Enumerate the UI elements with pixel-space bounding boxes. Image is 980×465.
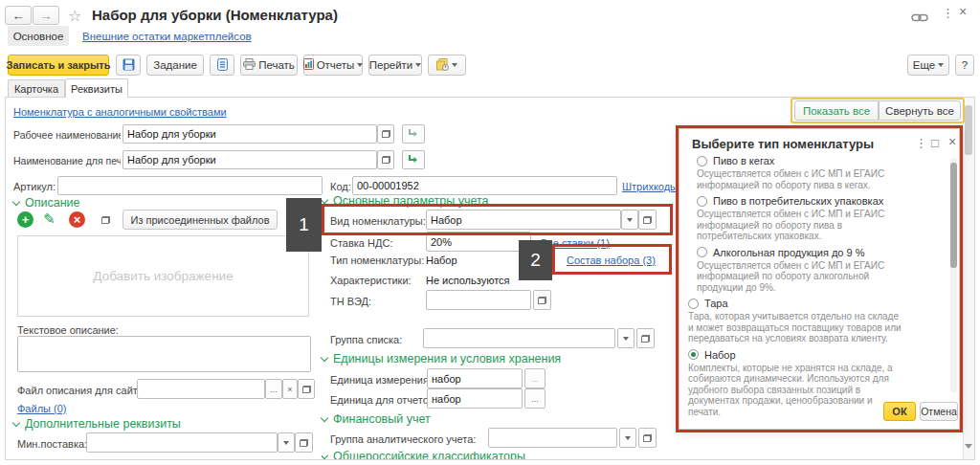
section-main-params[interactable]: Основные параметры учета: [322, 194, 489, 208]
section-additional[interactable]: Дополнительные реквизиты: [13, 417, 181, 431]
radio-selected-icon[interactable]: [688, 349, 699, 360]
list-group-dropdown-button[interactable]: [617, 328, 635, 348]
working-name-input[interactable]: [122, 124, 377, 144]
forward-button[interactable]: →: [33, 6, 59, 25]
radio-icon[interactable]: [697, 156, 707, 166]
analytics-group-open-button[interactable]: [638, 428, 657, 448]
create-based-on-button[interactable]: [428, 55, 466, 76]
dialog-cancel-button[interactable]: Отмена: [920, 402, 958, 421]
kebab-menu-icon[interactable]: ⋮: [942, 7, 954, 19]
tab-details[interactable]: Реквизиты: [65, 78, 128, 98]
files-link[interactable]: Файлы (0): [17, 403, 66, 414]
print-name-open-button[interactable]: [377, 150, 394, 169]
site-file-clear-button[interactable]: ×: [282, 379, 298, 399]
chevron-down-icon: [623, 337, 629, 341]
dialog-kebab-icon[interactable]: ⋮: [915, 137, 927, 149]
section-finance[interactable]: Финансовый учет: [322, 412, 431, 426]
copy-arrow-icon: [408, 127, 419, 141]
dialog-scrollbar[interactable]: [950, 158, 957, 392]
from-attached-files-button[interactable]: Из присоединенных файлов: [122, 210, 278, 230]
site-file-browse-button[interactable]: ...: [265, 379, 282, 399]
vat-input[interactable]: [426, 232, 531, 252]
section-description[interactable]: Описание: [13, 196, 80, 210]
dialog-maximize-icon[interactable]: □: [931, 137, 939, 149]
back-button[interactable]: ←: [5, 6, 32, 25]
type-option-beer-packs[interactable]: Пиво в потребительских упаковках Осущест…: [688, 195, 927, 242]
set-contents-link[interactable]: Состав набора (3): [567, 255, 656, 266]
dialog-title: Выберите тип номенклатуры: [692, 137, 874, 151]
open-icon: [641, 335, 650, 343]
type-option-alcohol-9[interactable]: Алкогольная продукция до 9 % Осуществляе…: [688, 247, 927, 294]
article-input[interactable]: [57, 176, 323, 195]
back-icon: ←: [12, 9, 25, 23]
journal-button[interactable]: [210, 55, 234, 76]
print-name-input[interactable]: [122, 150, 377, 169]
type-option-container[interactable]: Тара Тара, которая учитывается отдельно …: [688, 298, 927, 344]
copy-link-icon[interactable]: [911, 10, 928, 27]
code-label: Код:: [330, 181, 351, 192]
type-option-beer-kegs[interactable]: Пиво в кегах Осуществляется обмен с ИС М…: [688, 155, 927, 190]
open-icon: [101, 216, 110, 224]
image-placeholder-text: Добавить изображение: [93, 269, 233, 283]
list-group-open-button[interactable]: [636, 328, 655, 348]
print-button[interactable]: Печать: [240, 55, 298, 76]
radio-icon[interactable]: [697, 247, 707, 257]
unit-input[interactable]: [427, 368, 523, 388]
goto-button[interactable]: Перейти: [368, 55, 422, 76]
radio-icon[interactable]: [697, 196, 707, 207]
edit-pencil-icon[interactable]: ✎: [43, 210, 56, 228]
image-dropzone[interactable]: Добавить изображение: [17, 235, 309, 317]
tab-card[interactable]: Карточка: [8, 79, 65, 97]
kind-dropdown-button[interactable]: [621, 210, 638, 230]
add-image-button[interactable]: +: [17, 211, 33, 228]
reports-button[interactable]: Отчеты: [303, 55, 363, 76]
unit-browse-button[interactable]: ...: [524, 368, 546, 388]
collapse-all-button[interactable]: Свернуть все: [879, 100, 961, 121]
help-button[interactable]: ?: [955, 55, 974, 76]
copy-name-down-button[interactable]: [402, 124, 425, 144]
page-title: Набор для уборки (Номенклатура): [92, 7, 338, 23]
task-button[interactable]: Задание: [146, 55, 204, 76]
kind-open-button[interactable]: [638, 210, 657, 230]
report-unit-browse-button[interactable]: ...: [524, 388, 546, 409]
code-input[interactable]: [352, 176, 617, 195]
nav-link-marketplace-stocks[interactable]: Внешние остатки маркетплейсов: [82, 31, 252, 42]
tnved-input[interactable]: [426, 290, 531, 310]
dialog-scrollbar-thumb[interactable]: [950, 163, 957, 268]
nav-tab-main[interactable]: Основное: [8, 26, 69, 46]
analytics-group-input[interactable]: [488, 428, 617, 448]
report-unit-input[interactable]: [427, 388, 523, 409]
text-description-textarea[interactable]: [17, 336, 311, 372]
working-name-open-button[interactable]: [377, 124, 394, 144]
list-group-input[interactable]: [423, 328, 615, 348]
save-button[interactable]: [116, 55, 141, 76]
min-supply-input[interactable]: [86, 432, 278, 453]
scrollbar-thumb[interactable]: [965, 105, 972, 155]
section-classifiers[interactable]: Общероссийские классификаторы: [322, 450, 609, 459]
image-open-button[interactable]: [96, 210, 115, 229]
analytics-group-dropdown-button[interactable]: [619, 428, 636, 448]
copy-name-green-button[interactable]: [402, 150, 425, 169]
save-and-close-button[interactable]: Записать и закрыть: [8, 55, 109, 76]
site-file-open-button[interactable]: [298, 379, 315, 399]
list-group-label: Группа списка:: [330, 334, 402, 345]
radio-icon[interactable]: [688, 299, 699, 309]
show-all-button[interactable]: Показать все: [794, 100, 879, 121]
section-units[interactable]: Единицы измерения и условия хранения: [322, 352, 561, 365]
favorite-star-icon[interactable]: ☆: [68, 7, 81, 25]
tnved-open-button[interactable]: [533, 290, 551, 310]
kind-input[interactable]: [426, 210, 621, 230]
dialog-ok-button[interactable]: ОК: [883, 402, 916, 421]
min-supply-dropdown-button[interactable]: [278, 432, 295, 453]
more-button[interactable]: Еще: [907, 55, 949, 76]
similar-items-link[interactable]: Номенклатура с аналогичными свойствами: [13, 106, 227, 118]
print-name-label: Наименование для печати:: [13, 155, 121, 166]
scroll-down-arrow-icon[interactable]: [965, 444, 972, 449]
delete-image-button[interactable]: ×: [69, 211, 85, 228]
min-supply-open-button[interactable]: [295, 432, 313, 453]
dialog-close-icon[interactable]: ×: [948, 136, 956, 148]
close-icon[interactable]: ×: [959, 6, 967, 18]
site-file-input[interactable]: [137, 379, 265, 399]
chevron-down-icon: [321, 353, 328, 361]
open-icon: [300, 439, 308, 447]
